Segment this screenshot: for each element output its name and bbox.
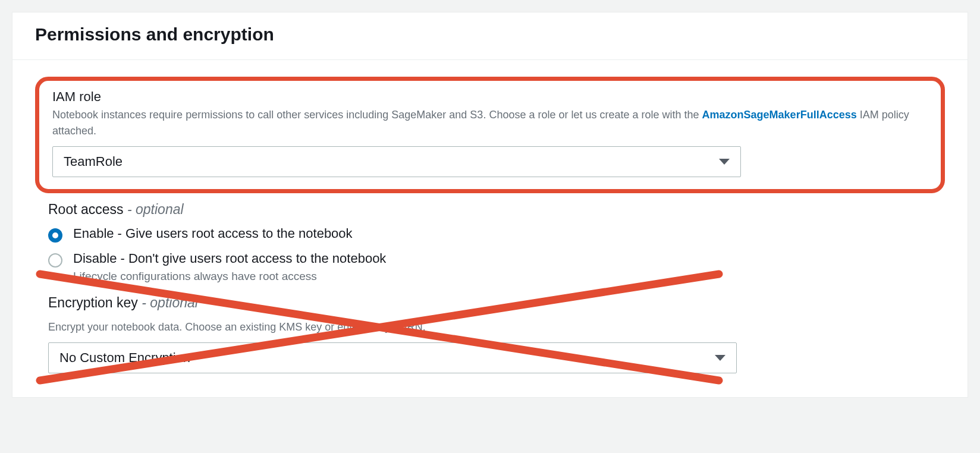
iam-role-description: Notebook instances require permissions t… [52,107,928,139]
root-access-option-enable[interactable]: Enable - Give users root access to the n… [48,226,932,243]
iam-role-label: IAM role [52,89,928,105]
chevron-down-icon [715,355,725,361]
iam-role-select-value: TeamRole [64,154,122,169]
iam-role-select[interactable]: TeamRole [52,146,741,177]
encryption-key-section: Encryption key - optional Encrypt your n… [35,295,945,373]
radio-enable[interactable] [48,228,62,243]
chevron-down-icon [719,159,730,165]
root-access-radio-group: Enable - Give users root access to the n… [48,226,932,283]
panel-header: Permissions and encryption [12,12,968,60]
panel-title: Permissions and encryption [35,24,945,45]
radio-disable-sub: Lifecycle configurations always have roo… [73,270,386,283]
root-access-optional: - optional [127,202,184,217]
iam-role-description-pre: Notebook instances require permissions t… [52,109,702,121]
encryption-key-description: Encrypt your notebook data. Choose an ex… [48,319,932,335]
encryption-key-select[interactable]: No Custom Encryption [48,342,737,373]
encryption-key-label: Encryption key - optional [48,295,932,311]
radio-disable[interactable] [48,253,62,268]
radio-disable-label: Disable - Don't give users root access t… [73,251,386,266]
panel-body: IAM role Notebook instances require perm… [12,60,968,397]
encryption-key-label-text: Encryption key [48,295,138,310]
radio-enable-label: Enable - Give users root access to the n… [73,226,353,241]
iam-role-highlight-box: IAM role Notebook instances require perm… [35,77,945,193]
permissions-encryption-panel: Permissions and encryption IAM role Note… [12,12,968,398]
root-access-option-disable[interactable]: Disable - Don't give users root access t… [48,251,932,283]
encryption-key-optional: - optional [142,295,198,310]
root-access-label: Root access - optional [48,202,932,218]
encryption-key-select-value: No Custom Encryption [59,350,190,366]
root-access-section: Root access - optional Enable - Give use… [35,202,945,283]
root-access-label-text: Root access [48,202,124,217]
policy-link[interactable]: AmazonSageMakerFullAccess [702,109,857,121]
